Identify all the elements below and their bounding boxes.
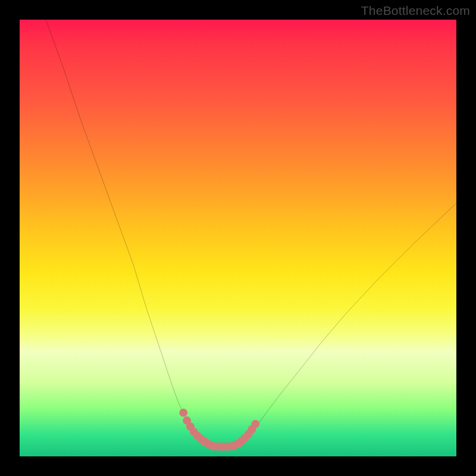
curve-left	[46, 20, 212, 446]
chart-frame: TheBottleneck.com	[0, 0, 476, 476]
curve-right	[234, 203, 456, 446]
plot-area	[20, 20, 456, 456]
watermark-text: TheBottleneck.com	[361, 4, 470, 18]
overlay-dot	[179, 409, 187, 417]
chart-svg	[20, 20, 456, 456]
overlay-dots	[179, 409, 259, 451]
overlay-dot	[251, 420, 259, 428]
